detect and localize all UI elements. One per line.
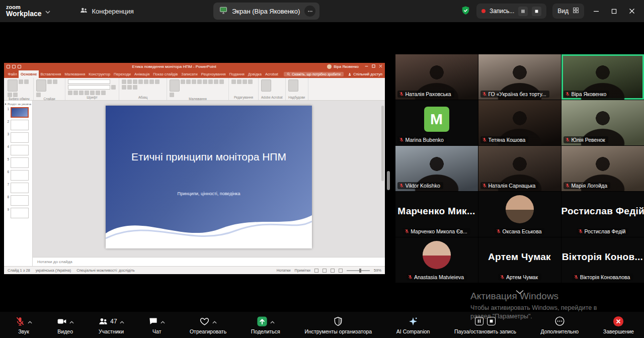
ppt-scrollbar[interactable] [381, 106, 384, 181]
ribbon-button[interactable] [133, 85, 137, 90]
toolbar-chat-button[interactable]: Чат [146, 312, 167, 338]
ribbon-button[interactable] [203, 79, 207, 84]
ribbon-dropdown[interactable] [68, 79, 110, 84]
ribbon-button[interactable] [243, 79, 247, 84]
toolbar-react-button[interactable]: Отреагировать [188, 312, 228, 338]
participant-tile[interactable]: Вікторія Конов...Вікторія Коновалова [561, 237, 644, 283]
slide-thumbnail[interactable]: 6 [5, 170, 31, 181]
slide-thumbnail[interactable]: 2 [5, 120, 31, 130]
ribbon-controls[interactable] [68, 79, 116, 96]
ppt-comments-toggle[interactable]: Примітки [295, 268, 310, 273]
ppt-minimize-button[interactable] [365, 64, 368, 69]
chevron-up-icon[interactable] [160, 317, 165, 326]
slide-thumbnail[interactable]: 9 [5, 208, 31, 218]
ppt-tab[interactable]: Показ слайдів [151, 70, 180, 78]
minimize-button[interactable] [590, 8, 602, 14]
ribbon-controls[interactable] [288, 79, 305, 96]
participant-tile[interactable]: Anastasia Matvieieva [395, 237, 478, 283]
ribbon-button[interactable] [181, 79, 185, 84]
chevron-up-icon[interactable] [28, 317, 32, 326]
ppt-notes-pane[interactable]: Нотатки до слайда [33, 257, 385, 266]
ppt-tab[interactable]: Основне [19, 70, 38, 78]
close-button[interactable] [626, 8, 638, 14]
ribbon-button[interactable] [219, 79, 224, 84]
ribbon-button[interactable] [261, 79, 271, 92]
participant-tile[interactable]: Марія Логойда [561, 146, 644, 191]
ppt-zoom-percent[interactable]: 59% [374, 268, 381, 273]
security-shield-icon[interactable] [461, 5, 470, 18]
ribbon-button[interactable] [8, 79, 18, 92]
ribbon-button[interactable] [13, 93, 18, 97]
ribbon-button[interactable] [68, 91, 72, 95]
ppt-tab[interactable]: Файл [6, 70, 19, 78]
toolbar-end-button[interactable]: Завершение [601, 312, 636, 338]
ppt-tell-me-search[interactable]: Скажіть, що потрібно зробити [284, 72, 344, 76]
ribbon-button[interactable] [79, 91, 84, 95]
ribbon-controls[interactable] [8, 79, 31, 97]
ribbon-button[interactable] [170, 93, 174, 97]
ribbon-button[interactable] [36, 79, 46, 92]
ppt-share-button[interactable]: Спільний доступ [348, 72, 382, 76]
ribbon-dropdown[interactable] [68, 85, 110, 90]
ribbon-controls[interactable] [36, 79, 62, 97]
ribbon-button[interactable] [186, 79, 191, 84]
participant-tile[interactable]: Оксана Еськова [478, 192, 561, 237]
ppt-tab[interactable]: Анімація [133, 70, 151, 78]
slide-sorter-icon[interactable] [323, 269, 327, 273]
ribbon-button[interactable] [127, 85, 132, 90]
toolbar-video-button[interactable]: Видео [55, 312, 76, 338]
ppt-tab[interactable]: Записати [180, 70, 199, 78]
chevron-up-icon[interactable] [212, 317, 217, 326]
ribbon-button[interactable] [288, 79, 298, 92]
ppt-notes-toggle[interactable]: Нотатки [277, 268, 291, 273]
stage-scrollbar[interactable] [387, 171, 390, 190]
ppt-tab[interactable]: Подання [227, 70, 246, 78]
ribbon-button[interactable] [73, 91, 78, 95]
ribbon-controls[interactable] [170, 79, 226, 97]
ribbon-button[interactable] [19, 79, 23, 84]
chevron-up-icon[interactable] [270, 317, 275, 326]
ppt-tab[interactable]: Acrobat [263, 70, 280, 78]
ribbon-button[interactable] [133, 79, 137, 84]
participant-tile[interactable]: MMarina Bubenko [395, 100, 478, 145]
ribbon-button[interactable] [122, 79, 126, 84]
ribbon-button[interactable] [170, 79, 180, 92]
participant-tile[interactable]: Тетяна Кошова [478, 100, 561, 145]
view-button[interactable]: Вид [552, 4, 584, 19]
ribbon-button[interactable] [36, 93, 41, 97]
ppt-tab[interactable]: Вставлення [39, 70, 63, 78]
slide-thumbnail[interactable]: 1 [5, 107, 31, 118]
toolbar-participants-button[interactable]: 47Участники [96, 312, 126, 338]
toolbar-audio-button[interactable]: Звук [13, 312, 34, 338]
ribbon-controls[interactable] [261, 79, 278, 96]
ppt-accessibility[interactable]: Спеціальні можливості: дослідіть [76, 268, 135, 273]
slide[interactable]: Етичні принципи монітора НПМ Принципи, ц… [106, 106, 312, 248]
ribbon-button[interactable] [144, 79, 148, 84]
ppt-tab[interactable]: Переходи [112, 70, 133, 78]
slide-thumbnail[interactable]: 5 [5, 157, 31, 168]
ribbon-button[interactable] [237, 79, 242, 84]
pause-recording-button[interactable] [518, 7, 528, 16]
ribbon-button[interactable] [53, 79, 57, 84]
toolbar-host-tools-button[interactable]: Инструменты организатора [302, 312, 374, 338]
ppt-language[interactable]: українська (Україна) [36, 268, 71, 273]
participant-tile[interactable]: Марченко Мик...Марченко Микола Єв... [395, 192, 478, 237]
ppt-user-account[interactable]: Віра Яковенко [327, 64, 359, 69]
participant-tile[interactable]: ГО «Україна без торту... [478, 54, 561, 100]
slide-thumbnail[interactable]: 3 [5, 132, 31, 143]
chevron-up-icon[interactable] [120, 317, 124, 326]
gallery-collapse-chevron-icon[interactable] [515, 287, 524, 296]
participant-tile[interactable]: Артем ЧумакАртем Чумак [478, 237, 561, 283]
ribbon-button[interactable] [197, 79, 202, 84]
ribbon-button[interactable] [231, 79, 236, 84]
slide-thumbnail[interactable]: 7 [5, 183, 31, 193]
ppt-tab[interactable]: Малювання [63, 70, 87, 78]
toolbar-share-button[interactable]: Поделиться [249, 312, 282, 338]
ribbon-button[interactable] [101, 91, 106, 95]
ribbon-button[interactable] [90, 91, 95, 95]
ppt-close-button[interactable] [379, 64, 382, 69]
ribbon-button[interactable] [214, 79, 218, 84]
ppt-maximize-button[interactable] [372, 64, 375, 69]
ribbon-button[interactable] [47, 79, 52, 84]
chevron-down-icon[interactable] [45, 7, 50, 16]
